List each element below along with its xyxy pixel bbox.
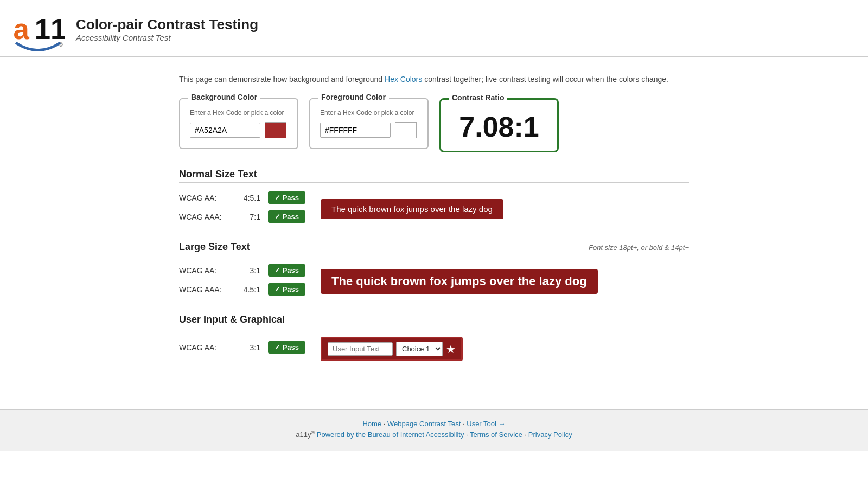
- intro-text-before: This page can demonstrate how background…: [179, 75, 385, 84]
- svg-text:a: a: [14, 13, 30, 45]
- user-input-wcag-rows: WCAG AA: 3:1 Pass: [179, 341, 305, 357]
- large-text-content: WCAG AA: 3:1 Pass WCAG AAA: 4.5:1 Pass T…: [179, 264, 689, 299]
- large-aa-pass: Pass: [268, 264, 305, 277]
- demo-select[interactable]: Choice 1 Choice 2 Choice 3: [396, 342, 443, 356]
- footer-a11y-text: a11y®: [296, 431, 315, 439]
- user-input-aa-row: WCAG AA: 3:1 Pass: [179, 341, 305, 354]
- background-color-box: Background Color Enter a Hex Code or pic…: [179, 98, 298, 149]
- large-aa-label: WCAG AA:: [179, 266, 233, 275]
- user-input-aa-ratio: 3:1: [241, 343, 260, 352]
- large-aaa-pass: Pass: [268, 283, 305, 296]
- footer-separator-1: ·: [384, 420, 387, 428]
- footer-bureau-link[interactable]: Powered by the Bureau of Internet Access…: [317, 431, 464, 439]
- normal-aaa-ratio: 7:1: [241, 213, 260, 221]
- large-text-title: Large Size Text: [179, 241, 250, 253]
- background-color-subtitle: Enter a Hex Code or pick a color: [190, 109, 288, 117]
- normal-aa-row: WCAG AA: 4:5.1 Pass: [179, 191, 305, 204]
- logo-area: a 11y ®: [11, 8, 65, 51]
- user-input-content: WCAG AA: 3:1 Pass Choice 1 Choice 2 Choi…: [179, 337, 689, 361]
- normal-aa-ratio: 4:5.1: [241, 194, 260, 202]
- footer-bottom-line: a11y® Powered by the Bureau of Internet …: [11, 430, 857, 439]
- user-input-aa-label: WCAG AA:: [179, 343, 233, 352]
- user-input-aa-pass: Pass: [268, 341, 305, 354]
- page-header: a 11y ® Color-pair Contrast Testing Acce…: [0, 0, 868, 57]
- large-wcag-rows: WCAG AA: 3:1 Pass WCAG AAA: 4.5:1 Pass: [179, 264, 305, 299]
- normal-text-content: WCAG AA: 4:5.1 Pass WCAG AAA: 7:1 Pass T…: [179, 191, 689, 226]
- background-color-input-row: [190, 122, 288, 138]
- foreground-color-box: Foreground Color Enter a Hex Code or pic…: [309, 98, 429, 149]
- color-boxes-row: Background Color Enter a Hex Code or pic…: [179, 98, 689, 152]
- normal-text-sample: The quick brown fox jumps over the lazy …: [321, 199, 503, 219]
- normal-aaa-label: WCAG AAA:: [179, 213, 233, 221]
- normal-text-section: Normal Size Text WCAG AA: 4:5.1 Pass WCA…: [179, 169, 689, 226]
- intro-paragraph: This page can demonstrate how background…: [179, 74, 689, 85]
- page-title: Color-pair Contrast Testing: [76, 16, 258, 33]
- star-icon: ★: [446, 343, 456, 356]
- footer-links-line: Home · Webpage Contrast Test · User Tool…: [11, 420, 857, 428]
- footer-contrast-link[interactable]: Webpage Contrast Test: [387, 420, 461, 428]
- user-input-title: User Input & Graphical: [179, 314, 285, 325]
- page-footer: Home · Webpage Contrast Test · User Tool…: [0, 409, 868, 451]
- normal-wcag-rows: WCAG AA: 4:5.1 Pass WCAG AAA: 7:1 Pass: [179, 191, 305, 226]
- contrast-ratio-label: Contrast Ratio: [449, 93, 507, 102]
- background-hex-input[interactable]: [190, 123, 260, 138]
- footer-terms-link[interactable]: Terms of Service: [470, 431, 522, 439]
- contrast-ratio-box: Contrast Ratio 7.08:1: [439, 98, 559, 152]
- foreground-color-label: Foreground Color: [318, 93, 389, 101]
- normal-aaa-pass: Pass: [268, 210, 305, 223]
- foreground-color-input-row: [320, 122, 418, 138]
- page-subtitle: Accessibility Contrast Test: [76, 33, 258, 42]
- footer-separator-5: ·: [525, 431, 528, 439]
- normal-text-header: Normal Size Text: [179, 169, 689, 183]
- user-input-section: User Input & Graphical WCAG AA: 3:1 Pass…: [179, 314, 689, 361]
- footer-privacy-link[interactable]: Privacy Policy: [528, 431, 572, 439]
- foreground-color-swatch[interactable]: [395, 122, 417, 138]
- demo-text-input[interactable]: [328, 342, 393, 356]
- background-color-label: Background Color: [188, 93, 260, 101]
- contrast-ratio-value: 7.08:1: [459, 113, 539, 141]
- large-text-section: Large Size Text Font size 18pt+, or bold…: [179, 241, 689, 299]
- large-text-sample: The quick brown fox jumps over the lazy …: [321, 269, 598, 294]
- large-aa-ratio: 3:1: [241, 266, 260, 275]
- a11y-logo: a 11y ®: [11, 8, 65, 51]
- footer-home-link[interactable]: Home: [362, 420, 381, 428]
- background-color-swatch[interactable]: [265, 122, 286, 138]
- header-titles: Color-pair Contrast Testing Accessibilit…: [76, 16, 258, 42]
- large-aa-row: WCAG AA: 3:1 Pass: [179, 264, 305, 277]
- large-text-header: Large Size Text Font size 18pt+, or bold…: [179, 241, 689, 255]
- svg-text:11y: 11y: [35, 13, 65, 45]
- hex-colors-link[interactable]: Hex Colors: [385, 75, 422, 84]
- large-aaa-row: WCAG AAA: 4.5:1 Pass: [179, 283, 305, 296]
- large-text-note: Font size 18pt+, or bold & 14pt+: [589, 243, 689, 252]
- svg-text:®: ®: [59, 42, 63, 48]
- intro-text-after: contrast together; live contrast testing…: [422, 75, 668, 84]
- large-aaa-ratio: 4.5:1: [241, 285, 260, 294]
- user-input-header: User Input & Graphical: [179, 314, 689, 328]
- foreground-hex-input[interactable]: [320, 123, 391, 138]
- footer-user-tool-link[interactable]: User Tool →: [467, 420, 505, 428]
- large-aaa-label: WCAG AAA:: [179, 285, 233, 294]
- foreground-color-subtitle: Enter a Hex Code or pick a color: [320, 109, 418, 117]
- normal-text-title: Normal Size Text: [179, 169, 257, 180]
- normal-aa-pass: Pass: [268, 191, 305, 204]
- user-input-demo: Choice 1 Choice 2 Choice 3 ★: [321, 337, 463, 361]
- main-content: This page can demonstrate how background…: [168, 57, 700, 398]
- normal-aa-label: WCAG AA:: [179, 194, 233, 202]
- normal-aaa-row: WCAG AAA: 7:1 Pass: [179, 210, 305, 223]
